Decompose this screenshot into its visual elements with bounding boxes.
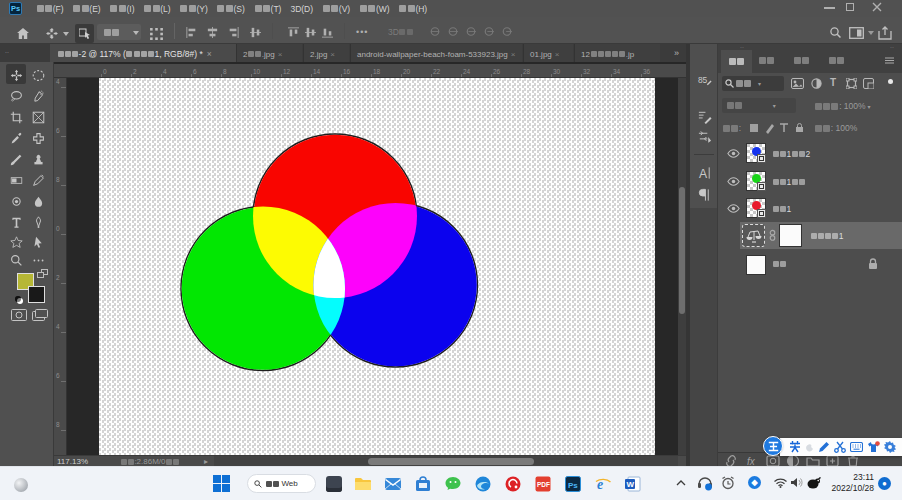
svg-text:Ps: Ps [568, 481, 578, 490]
svg-text:W: W [627, 480, 635, 489]
svg-text:fx: fx [747, 456, 756, 467]
svg-text:85: 85 [698, 75, 708, 85]
svg-text:A: A [699, 167, 708, 181]
svg-text:PDF: PDF [537, 481, 550, 488]
